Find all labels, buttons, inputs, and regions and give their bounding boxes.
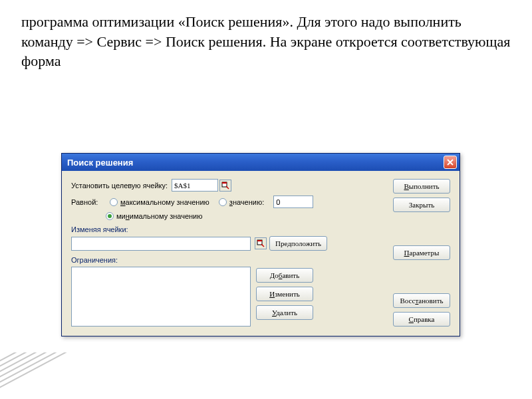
radio-value-label: значению: xyxy=(229,198,264,206)
constraints-listbox[interactable] xyxy=(71,267,251,327)
guess-button[interactable]: Предположить xyxy=(269,236,327,251)
radio-icon xyxy=(219,198,227,206)
dialog-body: Установить целевую ячейку: Равной: макси… xyxy=(62,171,460,336)
dialog-title: Поиск решения xyxy=(67,158,444,168)
radio-icon xyxy=(106,212,114,220)
value-input[interactable] xyxy=(273,196,313,208)
changing-cells-input[interactable] xyxy=(71,237,251,251)
execute-button[interactable]: Выполнить xyxy=(393,179,450,194)
change-button[interactable]: Изменить xyxy=(256,287,313,301)
params-button[interactable]: Параметры xyxy=(393,245,450,260)
target-cell-input[interactable] xyxy=(172,179,218,192)
help-button[interactable]: Справка xyxy=(393,312,450,327)
restore-button[interactable]: Восстановить xyxy=(393,293,450,308)
delete-button[interactable]: Удалить xyxy=(256,305,313,320)
close-icon[interactable] xyxy=(444,156,457,169)
svg-rect-1 xyxy=(222,182,227,184)
close-button[interactable]: Закрыть xyxy=(393,198,450,212)
radio-icon xyxy=(110,198,118,206)
ref-picker-icon[interactable] xyxy=(219,180,231,192)
radio-min[interactable]: минимальному значению xyxy=(106,212,203,220)
svg-rect-3 xyxy=(257,240,262,241)
slide-paragraph: программа оптимизации «Поиск решения». Д… xyxy=(21,12,511,71)
ref-picker-icon[interactable] xyxy=(255,237,267,249)
radio-min-label: минимальному значению xyxy=(116,212,203,220)
slide-decor xyxy=(0,352,80,399)
add-button[interactable]: Добавить xyxy=(256,268,313,283)
radio-max[interactable]: максимальному значению xyxy=(110,198,209,206)
equal-label: Равной: xyxy=(71,198,106,206)
titlebar: Поиск решения xyxy=(62,154,460,171)
target-cell-label: Установить целевую ячейку: xyxy=(71,182,168,190)
radio-value[interactable]: значению: xyxy=(219,198,264,206)
solver-dialog: Поиск решения Установить целевую ячейку:… xyxy=(61,153,460,336)
radio-max-label: максимальному значению xyxy=(120,198,209,206)
